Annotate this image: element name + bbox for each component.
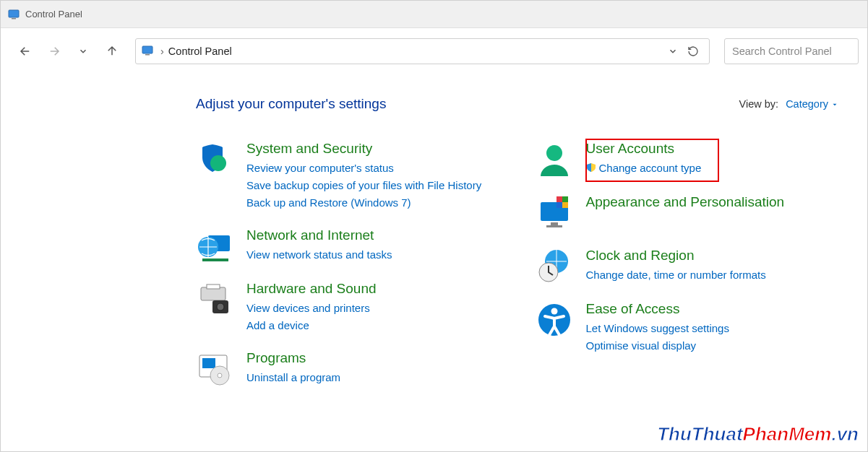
category-programs: Programs Uninstall a program (196, 350, 499, 388)
svg-rect-21 (562, 196, 568, 202)
control-panel-title-icon (8, 9, 20, 20)
clock-globe-icon (536, 248, 573, 285)
page-heading: Adjust your computer's settings (196, 96, 386, 112)
svg-rect-13 (202, 358, 215, 368)
category-title[interactable]: Programs (246, 350, 340, 366)
programs-disc-icon (196, 350, 233, 388)
globe-icon (196, 227, 233, 265)
svg-point-4 (210, 155, 226, 171)
svg-rect-7 (202, 258, 228, 261)
address-bar[interactable]: › Control Panel (135, 38, 710, 64)
category-link[interactable]: Optimise visual display (586, 337, 729, 355)
svg-rect-20 (557, 196, 562, 202)
category-hardware-sound: Hardware and Sound View devices and prin… (196, 281, 499, 334)
svg-rect-23 (562, 202, 568, 208)
search-box[interactable] (724, 38, 859, 64)
category-column-right: User Accounts Change account type Appear… (536, 141, 839, 404)
category-link[interactable]: Save backup copies of your files with Fi… (246, 177, 481, 194)
category-link[interactable]: View devices and printers (246, 300, 377, 317)
svg-rect-3 (145, 54, 150, 56)
breadcrumb-separator-icon: › (160, 45, 164, 57)
category-link[interactable]: Change account type (586, 160, 702, 178)
svg-rect-8 (201, 287, 225, 300)
svg-point-16 (546, 145, 562, 161)
svg-rect-9 (207, 284, 220, 289)
category-user-accounts: User Accounts Change account type (536, 141, 839, 178)
content-area: Adjust your computer's settings View by:… (1, 74, 867, 404)
view-by-label: View by: (739, 98, 779, 110)
svg-rect-0 (9, 10, 19, 17)
chevron-down-icon (831, 101, 838, 108)
forward-button[interactable] (43, 41, 66, 61)
svg-rect-22 (557, 202, 562, 208)
category-appearance: Appearance and Personalisation (536, 194, 839, 232)
svg-rect-1 (12, 18, 16, 19)
svg-rect-2 (142, 46, 152, 53)
category-title[interactable]: Appearance and Personalisation (586, 194, 785, 210)
svg-rect-18 (551, 222, 558, 225)
svg-point-27 (551, 308, 557, 315)
watermark: ThuThuatPhanMem.vn (657, 423, 859, 446)
view-by-value: Category (786, 98, 828, 110)
window-title: Control Panel (25, 9, 82, 19)
category-column-left: System and Security Review your computer… (196, 141, 499, 404)
address-history-button[interactable] (663, 46, 683, 56)
control-panel-breadcrumb-icon (142, 45, 153, 58)
category-link[interactable]: Add a device (246, 317, 377, 334)
breadcrumb-location[interactable]: Control Panel (168, 45, 232, 57)
uac-shield-icon (586, 160, 596, 178)
search-input[interactable] (732, 45, 851, 57)
toolbar: › Control Panel (1, 28, 867, 74)
user-icon (536, 141, 573, 178)
category-network-internet: Network and Internet View network status… (196, 227, 499, 265)
recent-locations-button[interactable] (72, 41, 95, 61)
category-title[interactable]: Network and Internet (246, 227, 392, 243)
svg-rect-19 (546, 225, 562, 227)
category-clock-region: Clock and Region Change date, time or nu… (536, 248, 839, 285)
titlebar: Control Panel (1, 1, 867, 28)
up-button[interactable] (100, 41, 124, 61)
shield-icon (196, 141, 233, 178)
svg-point-11 (217, 303, 224, 310)
monitor-colors-icon (536, 194, 573, 232)
accessibility-icon (536, 301, 573, 339)
category-link[interactable]: Review your computer's status (246, 160, 481, 177)
category-link[interactable]: Back up and Restore (Windows 7) (246, 194, 481, 212)
svg-point-15 (218, 373, 222, 378)
category-title[interactable]: User Accounts (586, 141, 702, 157)
category-link[interactable]: Uninstall a program (246, 369, 340, 386)
category-title[interactable]: Hardware and Sound (246, 281, 377, 297)
printer-camera-icon (196, 281, 233, 318)
category-system-security: System and Security Review your computer… (196, 141, 499, 212)
view-by-control[interactable]: View by: Category (739, 98, 838, 110)
category-title[interactable]: Clock and Region (586, 248, 766, 264)
back-button[interactable] (14, 41, 37, 61)
category-title[interactable]: System and Security (246, 141, 481, 157)
category-link[interactable]: Change date, time or number formats (586, 266, 766, 284)
refresh-button[interactable] (683, 45, 703, 57)
category-link[interactable]: View network status and tasks (246, 246, 392, 264)
category-ease-of-access: Ease of Access Let Windows suggest setti… (536, 301, 839, 355)
category-link[interactable]: Let Windows suggest settings (586, 320, 729, 337)
category-title[interactable]: Ease of Access (586, 301, 729, 317)
